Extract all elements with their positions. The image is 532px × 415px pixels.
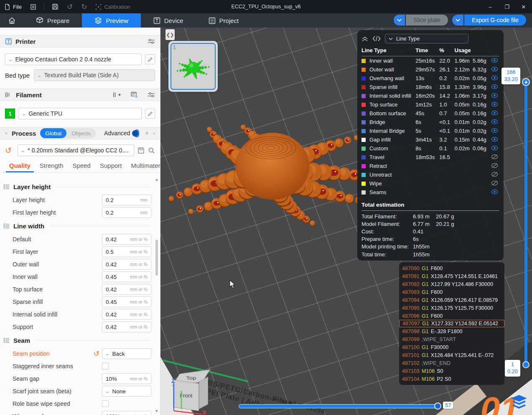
gcode-line[interactable]: 487090G1F600: [399, 264, 504, 272]
viewport-3d[interactable]: A/TPU/ABS/PETG/Carbon-Fiber | tured PEI …: [160, 28, 532, 415]
setting-input[interactable]: 0.42mm or %: [102, 321, 151, 332]
layer-slider-add-button[interactable]: +: [522, 78, 530, 86]
setting-input[interactable]: 0.42mm or %: [102, 259, 151, 270]
view-mode-select[interactable]: Line Type: [385, 34, 468, 43]
gcode-line[interactable]: 487101G1X126.484 Y125.441 E-.072: [399, 351, 504, 359]
cube-right-face[interactable]: [199, 377, 208, 409]
hidden-eye-icon[interactable]: [491, 154, 498, 159]
reset-setting-icon[interactable]: ↺: [94, 349, 99, 358]
hidden-eye-icon[interactable]: [491, 163, 498, 168]
move-slider-track[interactable]: [239, 404, 439, 408]
close-button[interactable]: ✕: [515, 0, 532, 13]
gcode-line[interactable]: 487096G1F600: [399, 312, 504, 320]
visible-eye-icon[interactable]: [491, 66, 498, 72]
gcode-line[interactable]: 487094G1X126.059 Y126.417 E.08579: [399, 296, 504, 304]
visible-eye-icon[interactable]: [491, 128, 498, 133]
gcode-line[interactable]: 487092G1X127.99 Y124.486 F30000: [399, 280, 504, 288]
redo-button[interactable]: ↻: [77, 0, 91, 13]
layer-slider-track[interactable]: [524, 86, 527, 364]
bed-type-select[interactable]: ⌄ Textured Build Plate (Side A): [34, 69, 155, 81]
gcode-line[interactable]: 487103M106S0: [399, 367, 504, 375]
setting-input[interactable]: 0.42mm or %: [102, 284, 151, 295]
visible-eye-icon[interactable]: [491, 101, 498, 107]
scroll-down-icon[interactable]: ▼: [155, 409, 159, 413]
setting-checkbox[interactable]: [102, 400, 109, 407]
filament-preset-select[interactable]: ⌄ Generic TPU: [18, 108, 142, 119]
visible-eye-icon[interactable]: [491, 75, 498, 81]
setting-input[interactable]: 0.42mm or %: [102, 234, 151, 245]
save-preset-icon[interactable]: [137, 147, 145, 154]
collapse-panel-icon[interactable]: [361, 36, 368, 42]
home-button[interactable]: [0, 17, 23, 25]
printer-edit-button[interactable]: [145, 54, 155, 64]
restore-button[interactable]: ❐: [499, 0, 515, 13]
setting-input[interactable]: 0.2mm: [102, 195, 151, 205]
gcode-line[interactable]: 487098G1E-.328 F1800: [399, 327, 504, 335]
visible-eye-icon[interactable]: [491, 137, 498, 142]
filament-settings-icon[interactable]: [148, 92, 155, 98]
compare-presets-icon[interactable]: A↪↩B: [153, 130, 155, 137]
gcode-line[interactable]: 487093G1F600: [399, 288, 504, 296]
slice-plate-button[interactable]: Slice plate: [406, 15, 448, 25]
minimize-button[interactable]: –: [482, 0, 499, 13]
visible-eye-icon[interactable]: [491, 119, 498, 124]
gcode-line[interactable]: 487097G1X127.332 Y124.592 E.05142: [399, 320, 504, 327]
layer-slider-handle[interactable]: [522, 361, 529, 368]
tab-preview[interactable]: Preview: [82, 13, 140, 28]
process-reset-icon[interactable]: ↺: [5, 146, 12, 155]
export-dropdown[interactable]: [452, 15, 463, 25]
cube-front-face[interactable]: Front: [173, 380, 199, 411]
search-icon[interactable]: [148, 147, 155, 154]
gcode-line[interactable]: 487091G1X128.475 Y124.551 E.10461: [399, 272, 504, 280]
gcode-line[interactable]: 487099;WIPE_START: [399, 335, 504, 343]
tab-prepare[interactable]: Prepare: [23, 13, 82, 28]
visible-eye-icon[interactable]: [491, 189, 498, 195]
save-button[interactable]: [48, 0, 63, 13]
gcode-line[interactable]: 487104M106P2 S0: [399, 375, 504, 383]
notes-menu-button[interactable]: [26, 0, 41, 13]
setting-input[interactable]: 0.45mm or %: [102, 271, 151, 282]
setting-input[interactable]: 100%mm/s or %: [102, 411, 151, 415]
scroll-up-icon[interactable]: ▲: [155, 177, 159, 182]
slice-plate-dropdown[interactable]: [394, 15, 405, 25]
gcode-line[interactable]: 487100G1F30000: [399, 343, 504, 351]
add-filament-icon[interactable]: [113, 91, 121, 98]
visible-eye-icon[interactable]: [491, 145, 498, 151]
filament-slot-badge[interactable]: 1: [5, 109, 15, 119]
hidden-eye-icon[interactable]: [491, 172, 498, 177]
process-list-icon[interactable]: [146, 130, 148, 137]
hidden-eye-icon[interactable]: [491, 180, 498, 186]
gcode-view-icon[interactable]: [372, 36, 381, 41]
setting-input[interactable]: 0.2mm: [102, 207, 151, 218]
filament-edit-button[interactable]: [145, 109, 155, 119]
advanced-toggle[interactable]: [134, 129, 139, 137]
navigation-cube[interactable]: Top Front Z X: [172, 369, 214, 415]
printer-settings-icon[interactable]: [148, 38, 155, 44]
setting-input[interactable]: 0.42mm or %: [102, 309, 151, 320]
tab-project[interactable]: Project: [196, 13, 252, 28]
export-gcode-button[interactable]: Export G-code file: [464, 15, 526, 25]
process-tab-quality[interactable]: Quality: [6, 162, 34, 172]
process-tab-support[interactable]: Support: [97, 162, 125, 172]
process-tab-strength[interactable]: Strength: [36, 162, 67, 172]
printer-preset-select[interactable]: ⌄ Elegoo Centauri Carbon 2 0.4 nozzle: [5, 53, 142, 65]
gcode-line[interactable]: 487095G1X126.175 Y125.75 F30000: [399, 304, 504, 312]
visible-eye-icon[interactable]: [491, 58, 498, 63]
setting-input[interactable]: 10%mm or %: [102, 373, 151, 384]
setting-select[interactable]: ⌄Back: [102, 348, 151, 359]
process-preset-select[interactable]: ⌄ * 0.20mm Standard @Elegoo CC2 0....: [18, 144, 134, 156]
scope-objects[interactable]: Objects: [66, 128, 96, 138]
setting-input[interactable]: 0.45mm or %: [102, 296, 151, 307]
visible-eye-icon[interactable]: [491, 84, 498, 89]
tab-device[interactable]: Device: [141, 13, 196, 28]
scope-global[interactable]: Global: [40, 128, 66, 138]
plate-thumbnail[interactable]: 1: [168, 41, 218, 92]
move-slider-handle[interactable]: [434, 402, 441, 410]
filament-sync-icon[interactable]: [130, 91, 138, 99]
setting-select[interactable]: ⌄None: [102, 386, 151, 397]
visible-eye-icon[interactable]: [491, 110, 498, 116]
settings-scrollbar[interactable]: ▲ ▼: [155, 177, 159, 413]
gcode-line[interactable]: 487102;WIPE_END: [399, 359, 504, 367]
visible-eye-icon[interactable]: [491, 93, 498, 98]
scrollbar-thumb[interactable]: [155, 240, 158, 276]
